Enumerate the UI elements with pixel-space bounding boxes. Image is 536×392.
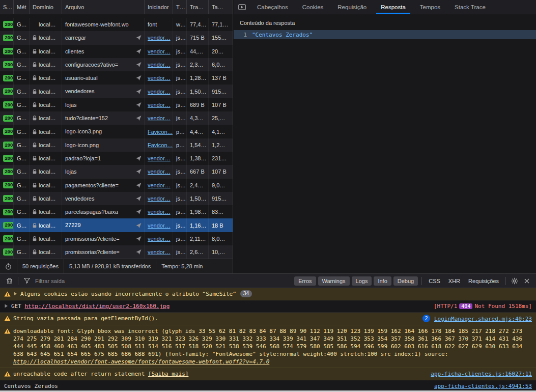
filter-button-debug[interactable]: Debug [393, 276, 418, 286]
request-row[interactable]: 200 G… local… logo-icon3.png Favicon… p…… [0, 125, 233, 138]
console-settings-gear-icon[interactable] [509, 275, 521, 287]
domain-cell: local… [30, 138, 62, 152]
filter-button-erros[interactable]: Erros [294, 276, 316, 286]
filter-toggle-xhr[interactable]: XHR [444, 278, 464, 284]
expand-arrow-icon[interactable] [13, 290, 20, 296]
request-row[interactable]: 200 G… local… logo-icon.png Favicon… p… … [0, 138, 233, 152]
initiator-cell[interactable]: vendor… [145, 205, 173, 218]
network-column-headers: S… Mét Domínio Arquivo Iniciador T… Tra…… [0, 0, 233, 14]
method-cell: G… [14, 111, 30, 125]
status-cell: 200 [0, 71, 14, 85]
request-row[interactable]: 200 G… local… clientes vendor… js… 44,… … [0, 45, 233, 58]
close-console-icon[interactable] [521, 275, 533, 287]
transferred-cell: 2,3… [187, 58, 209, 71]
source-location-link[interactable]: app-ficha-clientes.js:16027:11 [431, 371, 532, 377]
request-row[interactable]: 200 G… local… fontawesome-webfont.wo fon… [0, 18, 233, 31]
initiator-cell[interactable]: vendor… [145, 192, 173, 205]
initiator-cell[interactable]: vendor… [145, 218, 173, 232]
performance-analysis-button[interactable] [0, 259, 17, 273]
tab-requisição[interactable]: Requisição [330, 0, 374, 14]
status-badge: 200 [3, 195, 14, 202]
tab-stack-trace[interactable]: Stack Trace [447, 0, 493, 14]
console-log-message[interactable]: Centavos Zerados app-ficha-clientes.js:4… [0, 380, 536, 390]
console-warning-samesite[interactable]: Alguns cookies estão usando incorretamen… [0, 288, 536, 300]
filter-button-info[interactable]: Info [374, 276, 391, 286]
initiator-cell[interactable]: Favicon… [145, 125, 173, 138]
request-row[interactable]: 200 G… local… tudo?cliente=152 vendor… j… [0, 111, 233, 125]
request-row[interactable]: 200 G… local… parcelaspagas?baixa vendor… [0, 205, 233, 218]
source-location-link[interactable]: LoginManager.shared.mjs:40:23 [434, 316, 532, 322]
request-row[interactable]: 200 G… local… usuario-atual vendor… js… … [0, 71, 233, 85]
initiator-cell[interactable]: vendor… [145, 152, 173, 165]
file-label: clientes [65, 48, 84, 54]
filter-button-warnings[interactable]: Warnings [318, 276, 350, 286]
status-badge: 200 [3, 182, 14, 188]
font-source-url-link[interactable]: http://localhost/vendor/font-awesome/fon… [13, 358, 269, 365]
request-row[interactable]: 200 G… local… promissorias?cliente= vend… [0, 232, 233, 245]
request-url-link[interactable]: http://localhost/dist/img/user2-160x160.… [25, 303, 170, 310]
request-row[interactable]: 200 G… local… promissorias?cliente= vend… [0, 245, 233, 259]
tab-resposta[interactable]: Resposta [374, 0, 413, 14]
initiator-cell[interactable]: vendor… [145, 45, 173, 58]
col-header-transferred[interactable]: Tra… [187, 0, 209, 14]
initiator-cell[interactable]: Favicon… [145, 138, 173, 152]
initiator-cell[interactable]: vendor… [145, 111, 173, 125]
console-warning-font-glyph[interactable]: downloadable font: Glyph bbox was incorr… [0, 325, 536, 368]
size-cell: 231… [209, 152, 233, 165]
request-row[interactable]: 200 G… local… carregar vendor… js… 715 B… [0, 31, 233, 44]
request-row[interactable]: 200 G… local… padrao?loja=1 vendor… js… … [0, 152, 233, 165]
domain-label: local… [39, 129, 56, 135]
method-cell: G… [14, 45, 30, 58]
request-row[interactable]: 200 G… local… 27229 vendor… js… 1,16… 18… [0, 218, 233, 232]
col-header-method[interactable]: Mét [14, 0, 30, 14]
col-header-domain[interactable]: Domínio [30, 0, 62, 14]
col-header-size[interactable]: Ta… [209, 0, 233, 14]
source-location-link[interactable]: app-ficha-clientes.js:4941:53 [434, 383, 532, 389]
filter-toggle-requisições[interactable]: Requisições [464, 278, 503, 284]
expand-arrow-icon[interactable] [4, 302, 11, 308]
lock-icon [33, 236, 37, 241]
console-network-404[interactable]: GET http://localhost/dist/img/user2-160x… [0, 300, 536, 313]
lock-icon [33, 169, 37, 174]
initiator-cell[interactable]: vendor… [145, 165, 173, 178]
initiator-cell[interactable]: vendor… [145, 98, 173, 111]
request-row[interactable]: 200 G… local… configuracoes?ativo= vendo… [0, 58, 233, 71]
initiator-cell[interactable]: vendor… [145, 85, 173, 98]
learn-more-link[interactable]: [Saiba mais] [148, 371, 188, 377]
tab-cabeçalhos[interactable]: Cabeçalhos [250, 0, 295, 14]
request-row[interactable]: 200 G… local… vendedores vendor… js… 1,5… [0, 85, 233, 98]
response-line[interactable]: 1 "Centavos Zerados" [234, 30, 536, 39]
console-text-filters: CSSXHRRequisições [425, 278, 503, 284]
console-warning-getelementbyid[interactable]: String vazia passada para getElementById… [0, 313, 536, 325]
domain-cell: local… [30, 232, 62, 245]
domain-cell: local… [30, 245, 62, 259]
initiator-cell[interactable]: vendor… [145, 179, 173, 192]
console-filter-input[interactable] [33, 278, 293, 284]
tab-tempos[interactable]: Tempos [413, 0, 447, 14]
initiator-cell[interactable]: vendor… [145, 232, 173, 245]
console-warning-unreachable[interactable]: unreachable code after return statement … [0, 368, 536, 380]
request-row[interactable]: 200 G… local… lojas vendor… js… 689 B 10… [0, 98, 233, 111]
initiator-cell[interactable]: vendor… [145, 58, 173, 71]
resend-play-icon[interactable] [234, 0, 250, 14]
initiator-cell[interactable]: vendor… [145, 245, 173, 259]
status-badge: 200 [3, 35, 14, 41]
col-header-initiator[interactable]: Iniciador [145, 0, 173, 14]
response-section-title[interactable]: Conteúdo da resposta [234, 14, 536, 30]
initiator-cell[interactable]: font [145, 18, 173, 31]
filter-button-logs[interactable]: Logs [352, 276, 372, 286]
request-row[interactable]: 200 G… local… vendedores vendor… js… 1,5… [0, 192, 233, 205]
col-header-type[interactable]: T… [173, 0, 187, 14]
request-row[interactable]: 200 G… local… lojas vendor… js… 667 B 10… [0, 165, 233, 178]
filter-toggle-css[interactable]: CSS [425, 278, 444, 284]
initiator-cell[interactable]: vendor… [145, 31, 173, 44]
line-number: 1 [234, 32, 252, 38]
domain-label: local… [39, 182, 56, 188]
col-header-file[interactable]: Arquivo [62, 0, 145, 14]
request-row[interactable]: 200 G… local… pagamentos?cliente= vendor… [0, 179, 233, 192]
col-header-status[interactable]: S… [0, 0, 14, 14]
clear-console-button[interactable] [3, 275, 15, 287]
initiator-cell[interactable]: vendor… [145, 71, 173, 85]
status-badge: 200 [3, 75, 14, 81]
tab-cookies[interactable]: Cookies [295, 0, 331, 14]
